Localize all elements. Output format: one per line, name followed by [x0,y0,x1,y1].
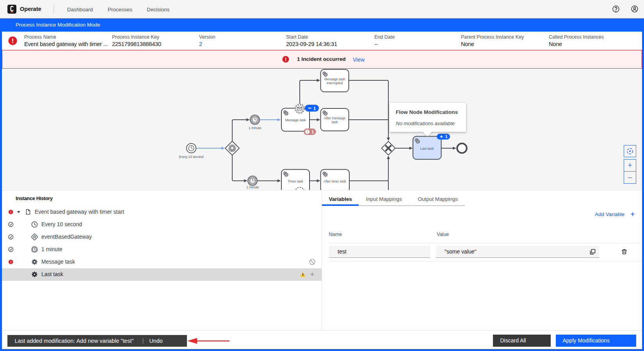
svg-text:Event based gateway with timer: Event based gateway with timer start [35,209,124,215]
svg-text:Timer task: Timer task [288,179,303,183]
svg-text:1 minute: 1 minute [41,246,62,252]
svg-text:1: 1 [313,106,316,111]
svg-text:After message: After message [324,116,346,120]
svg-text:Every 10 second: Every 10 second [179,155,204,159]
svg-text:Message task: Message task [41,259,75,265]
svg-text:Message task: Message task [324,77,345,81]
svg-text:1 minute: 1 minute [249,126,261,130]
svg-text:interrupted: interrupted [327,81,343,85]
svg-text:1: 1 [445,134,448,139]
svg-text:Every 10 second: Every 10 second [41,221,82,227]
svg-text:1 minute: 1 minute [246,185,259,189]
svg-text:task: task [332,120,338,124]
svg-text:Message task: Message task [285,118,306,122]
svg-text:Last task: Last task [41,271,64,277]
svg-text:eventBasedGateway: eventBasedGateway [41,234,92,240]
svg-text:1: 1 [311,129,314,134]
svg-text:Last task: Last task [420,147,434,151]
svg-text:After timer task: After timer task [324,179,346,183]
